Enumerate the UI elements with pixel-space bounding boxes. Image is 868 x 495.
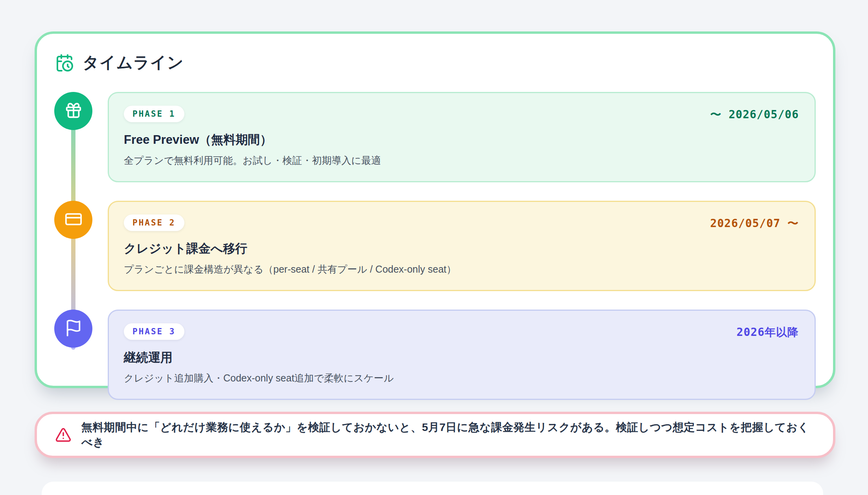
timeline-row-phase-1: PHASE 1 〜 2026/05/06 Free Preview（無料期間） …	[54, 92, 816, 182]
phase-1-title: Free Preview（無料期間）	[124, 132, 799, 148]
phase-3-badge: PHASE 3	[124, 323, 184, 340]
phase-3-date: 2026年以降	[737, 325, 799, 340]
warning-text: 無料期間中に「どれだけ業務に使えるか」を検証しておかないと、5月7日に急な課金発…	[81, 420, 815, 450]
phase-3-card: PHASE 3 2026年以降 継続運用 クレジット追加購入・Codex-onl…	[108, 310, 816, 400]
timeline-row-phase-2: PHASE 2 2026/05/07 〜 クレジット課金へ移行 プランごとに課金…	[54, 201, 816, 291]
phase-2-badge: PHASE 2	[124, 214, 184, 231]
next-card-peek	[42, 482, 823, 495]
calendar-clock-icon	[55, 53, 74, 72]
phase-2-date: 2026/05/07 〜	[710, 216, 799, 231]
credit-card-icon	[64, 210, 83, 230]
warning-banner: 無料期間中に「どれだけ業務に使えるか」を検証しておかないと、5月7日に急な課金発…	[35, 412, 835, 458]
phase-3-description: クレジット追加購入・Codex-only seat追加で柔軟にスケール	[124, 372, 799, 385]
phase-2-card: PHASE 2 2026/05/07 〜 クレジット課金へ移行 プランごとに課金…	[108, 201, 816, 291]
flag-icon	[64, 319, 83, 339]
phase-1-description: 全プランで無料利用可能。お試し・検証・初期導入に最適	[124, 154, 799, 167]
phase-2-description: プランごとに課金構造が異なる（per-seat / 共有プール / Codex-…	[124, 263, 799, 276]
phase-3-title: 継続運用	[124, 349, 799, 366]
phase-2-icon-column	[54, 201, 92, 291]
phase-1-date: 〜 2026/05/06	[710, 107, 799, 122]
phase-2-title: クレジット課金へ移行	[124, 240, 799, 257]
timeline-card: タイムライン PHASE 1 〜 2026/05/06	[35, 31, 835, 388]
timeline-body: PHASE 1 〜 2026/05/06 Free Preview（無料期間） …	[54, 92, 816, 400]
gift-icon	[64, 101, 83, 121]
phase-3-icon-column	[54, 310, 92, 400]
phase-3-circle	[54, 310, 92, 348]
page-title: タイムライン	[83, 52, 184, 73]
phase-1-badge: PHASE 1	[124, 106, 184, 122]
phase-2-circle	[54, 201, 92, 239]
timeline-row-phase-3: PHASE 3 2026年以降 継続運用 クレジット追加購入・Codex-onl…	[54, 310, 816, 400]
alert-triangle-icon	[55, 427, 72, 443]
phase-1-circle	[54, 92, 92, 130]
phase-1-icon-column	[54, 92, 92, 182]
timeline-header: タイムライン	[55, 52, 816, 73]
phase-1-card: PHASE 1 〜 2026/05/06 Free Preview（無料期間） …	[108, 92, 816, 182]
